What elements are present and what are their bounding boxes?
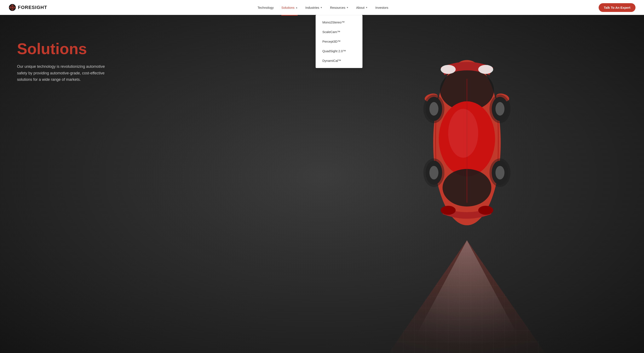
nav-solutions[interactable]: Solutions ▲ [281, 5, 298, 10]
main-nav: Technology Solutions ▲ Industries ▼ Reso… [258, 5, 388, 10]
dropdown-item-mono2stereo[interactable]: Mono2Stereo™ [316, 18, 362, 27]
industries-chevron-icon: ▼ [320, 7, 322, 9]
svg-point-16 [440, 65, 456, 74]
foresight-logo-icon [8, 4, 16, 11]
header: FORESIGHT Technology Solutions ▲ Industr… [0, 0, 644, 15]
svg-point-33 [448, 109, 478, 158]
cta-button[interactable]: Talk To An Expert [599, 3, 636, 12]
svg-point-19 [478, 206, 493, 215]
svg-point-18 [440, 206, 456, 215]
svg-point-32 [495, 166, 504, 179]
solutions-dropdown: Mono2Stereo™ ScaleCam™ Percept3D™ QuadSi… [316, 15, 362, 68]
nav-resources[interactable]: Resources ▼ [330, 5, 348, 10]
dropdown-item-percept3d[interactable]: Percept3D™ [316, 37, 362, 46]
nav-investors[interactable]: Investors [375, 5, 388, 10]
resources-chevron-icon: ▼ [346, 7, 348, 9]
solutions-chevron-icon: ▲ [296, 7, 298, 9]
svg-marker-9 [410, 240, 523, 345]
svg-point-17 [478, 65, 493, 74]
hero-content: Solutions Our unique technology is revol… [0, 15, 132, 96]
nav-industries[interactable]: Industries ▼ [306, 5, 322, 10]
logo-text: FORESIGHT [18, 5, 47, 10]
nav-technology[interactable]: Technology [258, 5, 274, 10]
svg-point-4 [12, 7, 13, 8]
svg-point-29 [429, 102, 438, 116]
svg-point-30 [495, 102, 504, 116]
logo[interactable]: FORESIGHT [8, 4, 47, 11]
dropdown-item-scalecam[interactable]: ScaleCam™ [316, 27, 362, 37]
hero-title: Solutions [17, 41, 115, 57]
svg-point-31 [429, 166, 438, 179]
dropdown-item-dynamical[interactable]: DynamiCal™ [316, 56, 362, 66]
hero-description: Our unique technology is revolutionizing… [17, 63, 115, 83]
dropdown-item-quadsight[interactable]: QuadSight 2.0™ [316, 46, 362, 56]
nav-about[interactable]: About ▼ [356, 5, 368, 10]
about-chevron-icon: ▼ [366, 7, 368, 9]
